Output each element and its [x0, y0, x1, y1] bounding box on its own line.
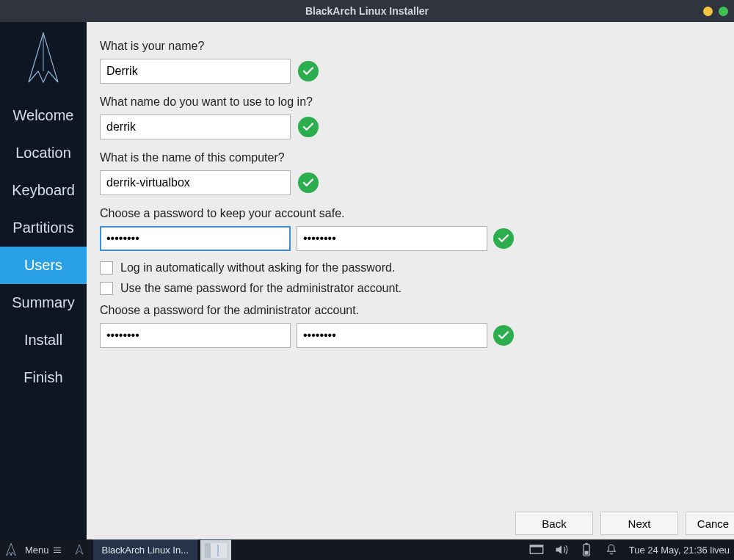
- footer-buttons: Back Next Cance: [515, 512, 734, 535]
- svg-rect-2: [205, 543, 211, 558]
- username-input[interactable]: [100, 114, 291, 139]
- sidebar-item-finish[interactable]: Finish: [0, 359, 87, 396]
- bell-icon[interactable]: [604, 542, 619, 557]
- titlebar: BlackArch Linux Installer: [0, 0, 734, 22]
- sidebar-item-location[interactable]: Location: [0, 134, 87, 172]
- check-circle-icon: [298, 61, 319, 81]
- password-input[interactable]: [100, 226, 291, 251]
- back-button[interactable]: Back: [515, 512, 593, 535]
- svg-rect-5: [530, 545, 543, 548]
- minimize-button[interactable]: [703, 7, 713, 16]
- hostname-input[interactable]: [100, 170, 291, 195]
- maximize-button[interactable]: [719, 7, 728, 16]
- password-label: Choose a password to keep your account s…: [100, 207, 721, 220]
- volume-icon[interactable]: [554, 542, 569, 557]
- taskbar-thumbnail[interactable]: [200, 539, 231, 560]
- fullname-label: What is your name?: [100, 40, 721, 53]
- sidebar-item-partitions[interactable]: Partitions: [0, 209, 87, 247]
- hostname-label: What is the name of this computer?: [100, 151, 721, 164]
- same-password-row[interactable]: Use the same password for the administra…: [100, 282, 721, 295]
- sidebar-item-welcome[interactable]: Welcome: [0, 97, 87, 134]
- autologin-row[interactable]: Log in automatically without asking for …: [100, 261, 721, 274]
- next-button[interactable]: Next: [600, 512, 678, 535]
- password-confirm-input[interactable]: [297, 226, 487, 251]
- svg-rect-7: [585, 543, 587, 545]
- sidebar-item-users[interactable]: Users: [0, 247, 87, 284]
- same-password-label: Use the same password for the administra…: [120, 282, 401, 295]
- check-circle-icon: [493, 228, 514, 249]
- sidebar-item-install[interactable]: Install: [0, 321, 87, 359]
- sidebar: Welcome Location Keyboard Partitions Use…: [0, 22, 87, 539]
- autologin-checkbox[interactable]: [100, 261, 113, 274]
- check-circle-icon: [298, 172, 319, 193]
- admin-password-confirm-input[interactable]: [297, 323, 487, 348]
- window-controls: [703, 0, 728, 22]
- menu-lines-icon: [54, 548, 61, 553]
- check-circle-icon: [493, 325, 514, 346]
- sidebar-item-summary[interactable]: Summary: [0, 284, 87, 321]
- admin-password-label: Choose a password for the administrator …: [100, 304, 721, 317]
- window-title: BlackArch Linux Installer: [305, 5, 429, 17]
- taskbar-logo-icon[interactable]: [0, 539, 22, 560]
- main-panel: What is your name? What name do you want…: [87, 22, 734, 539]
- start-menu-label: Menu: [25, 545, 49, 556]
- sidebar-item-keyboard[interactable]: Keyboard: [0, 172, 87, 209]
- check-circle-icon: [298, 117, 319, 137]
- cancel-button[interactable]: Cance: [686, 512, 734, 535]
- battery-icon[interactable]: [579, 542, 594, 557]
- taskbar-clock[interactable]: Tue 24 May, 21:36 liveu: [629, 545, 730, 556]
- same-password-checkbox[interactable]: [100, 282, 113, 295]
- blackarch-logo: [18, 28, 69, 92]
- svg-rect-8: [584, 551, 588, 555]
- username-label: What name do you want to use to log in?: [100, 95, 721, 109]
- taskbar-arch-icon[interactable]: [68, 539, 90, 560]
- fullname-input[interactable]: [100, 59, 291, 84]
- admin-password-input[interactable]: [100, 323, 291, 348]
- autologin-label: Log in automatically without asking for …: [120, 261, 395, 274]
- show-desktop-icon[interactable]: [529, 542, 544, 557]
- taskbar-app-tile[interactable]: BlackArch Linux In...: [93, 539, 198, 560]
- start-menu-button[interactable]: Menu: [22, 539, 68, 560]
- taskbar: Menu BlackArch Linux In...: [0, 539, 734, 560]
